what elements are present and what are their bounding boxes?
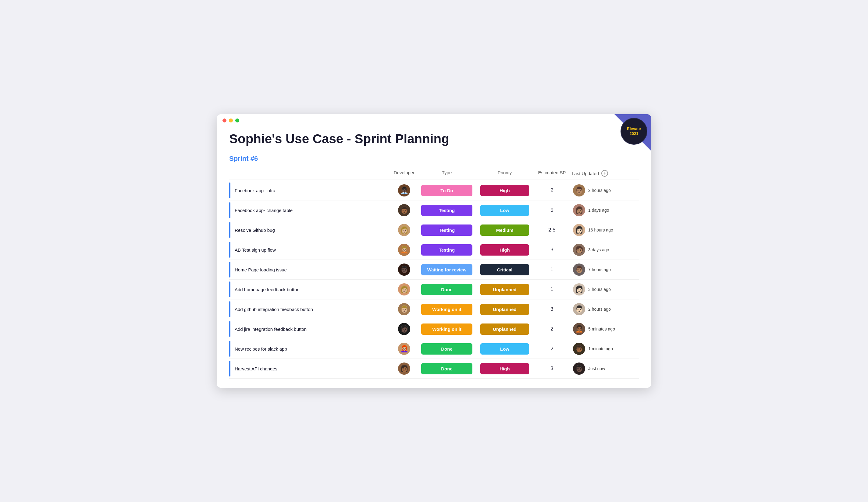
type-badge[interactable]: Done [421,363,472,374]
table-row[interactable]: Add jira integration feedback button 🧑🏿 … [229,319,639,339]
minimize-button[interactable] [229,118,233,123]
table-row[interactable]: Add github integration feedback button 👨… [229,300,639,319]
priority-cell: High [477,363,532,374]
row-accent [229,281,230,297]
task-name: Facebook app- infra [235,188,275,193]
developer-cell: 👩🏾 [392,363,416,375]
type-badge[interactable]: Testing [421,224,472,236]
table-row[interactable]: AB Test sign up flow 🧑🏼‍🦱 Testing High 3… [229,240,639,260]
row-name-cell: Facebook app- infra [229,182,392,198]
table-row[interactable]: Home Page loading issue 👨🏿 Waiting for r… [229,260,639,280]
add-column-button[interactable]: + [601,170,608,177]
table-row[interactable]: Facebook app- change table 👨🏾 Testing Lo… [229,200,639,220]
task-name: Harvest API changes [235,366,277,371]
row-name-cell: Add jira integration feedback button [229,321,392,337]
type-badge[interactable]: To Do [421,185,472,196]
row-accent [229,182,230,198]
row-name-cell: Add homepage feedback button [229,281,392,297]
priority-badge[interactable]: Low [480,343,529,355]
task-name: Add homepage feedback button [235,287,300,292]
sp-cell: 3 [532,306,572,312]
updated-cell: 👨🏾 1 minute ago [572,343,639,355]
row-name-cell: Add github integration feedback button [229,301,392,317]
maximize-button[interactable] [235,118,239,123]
type-badge[interactable]: Working on it [421,304,472,315]
updated-cell: 👨🏿 Just now [572,363,639,375]
priority-badge[interactable]: Unplanned [480,324,529,335]
badge-year: 2021 [630,131,639,136]
type-cell: Working on it [416,304,477,315]
priority-badge[interactable]: High [480,185,529,196]
row-accent [229,202,230,218]
priority-badge[interactable]: High [480,244,529,255]
updated-text: Just now [588,366,605,371]
table-row[interactable]: Harvest API changes 👩🏾 Done High 3 👨🏿 Ju… [229,359,639,379]
table-row[interactable]: New recipes for slack app 👩🏼‍🦰 Done Low … [229,339,639,359]
developer-cell: 👨🏼 [392,303,416,315]
task-name: New recipes for slack app [235,346,287,352]
priority-badge[interactable]: High [480,363,529,374]
close-button[interactable] [223,118,226,123]
type-badge[interactable]: Testing [421,205,472,216]
type-cell: Testing [416,205,477,216]
row-accent [229,301,230,317]
row-accent [229,242,230,258]
row-accent [229,321,230,337]
row-accent [229,341,230,357]
type-badge[interactable]: Working on it [421,324,472,335]
table-row[interactable]: Facebook app- infra 👨🏿‍💼 To Do High 2 👨🏽… [229,181,639,200]
priority-cell: High [477,185,532,196]
priority-badge[interactable]: Unplanned [480,304,529,315]
badge-title: Elevate [627,126,641,131]
developer-cell: 👩🏼 [392,283,416,295]
developer-cell: 👨🏿‍💼 [392,184,416,197]
updated-text: 5 minutes ago [588,326,615,332]
developer-cell: 👩🏼 [392,224,416,236]
priority-badge[interactable]: Low [480,205,529,216]
type-cell: Working on it [416,324,477,335]
row-accent [229,360,230,377]
developer-cell: 👨🏾 [392,204,416,216]
developer-cell: 🧑🏿 [392,323,416,335]
table-row[interactable]: Resolve Github bug 👩🏼 Testing Medium 2.5… [229,220,639,240]
updated-cell: 👩🏻 16 hours ago [572,224,639,236]
priority-badge[interactable]: Unplanned [480,284,529,295]
updated-text: 1 days ago [588,208,609,213]
updated-text: 7 hours ago [588,267,611,272]
updated-text: 16 hours ago [588,228,613,232]
main-window: Elevate 2021 Sophie's Use Case - Sprint … [217,114,651,388]
titlebar [217,114,651,123]
type-cell: Waiting for review [416,264,477,275]
task-name: Facebook app- change table [235,208,292,213]
priority-badge[interactable]: Critical [480,264,529,275]
header-priority: Priority [477,170,532,177]
updated-text: 1 minute ago [588,346,613,351]
type-badge[interactable]: Waiting for review [421,264,472,275]
row-name-cell: Harvest API changes [229,360,392,377]
sp-cell: 2 [532,187,572,194]
priority-cell: Low [477,343,532,355]
page-title: Sophie's Use Case - Sprint Planning [229,132,639,146]
type-badge[interactable]: Done [421,343,472,355]
updated-text: 2 hours ago [588,307,611,312]
table-header: Developer Type Priority Estimated SP Las… [229,168,639,179]
updated-cell: 🧑🏽 3 days ago [572,244,639,256]
sp-cell: 5 [532,207,572,213]
priority-cell: Unplanned [477,324,532,335]
table-row[interactable]: Add homepage feedback button 👩🏼 Done Unp… [229,280,639,300]
type-badge[interactable]: Done [421,284,472,295]
type-cell: Done [416,363,477,374]
priority-badge[interactable]: Medium [480,224,529,236]
priority-cell: Medium [477,224,532,236]
type-badge[interactable]: Testing [421,244,472,255]
elevate-badge: Elevate 2021 [614,114,651,151]
priority-cell: Unplanned [477,304,532,315]
task-name: Add github integration feedback button [235,307,313,312]
updated-text: 3 hours ago [588,287,611,292]
updated-cell: 🧑🏾‍🦱 5 minutes ago [572,323,639,335]
updated-cell: 👨🏽 7 hours ago [572,263,639,276]
row-name-cell: Facebook app- change table [229,202,392,218]
header-sp: Estimated SP [532,170,572,177]
priority-cell: Unplanned [477,284,532,295]
type-cell: Done [416,284,477,295]
